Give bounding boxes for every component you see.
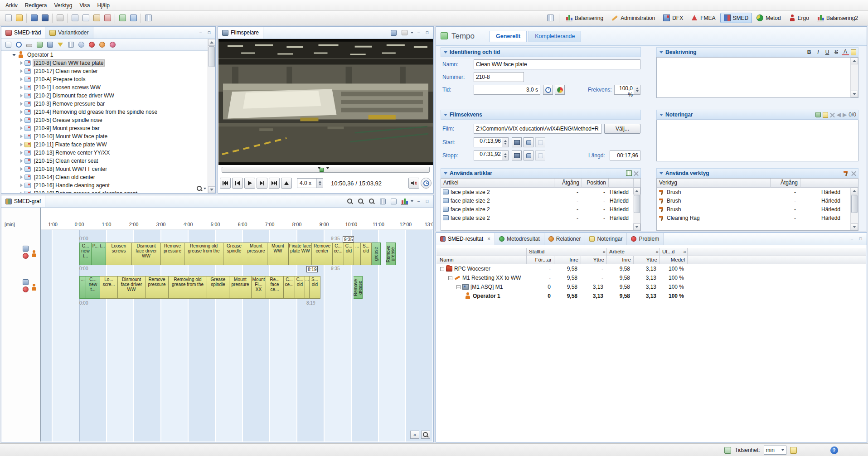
time-distribution-button[interactable]	[555, 85, 565, 95]
tree-item[interactable]: [210-A] Prepare tools	[1, 75, 208, 83]
open-icon[interactable]	[14, 13, 24, 24]
gantt-task-segment[interactable]: Remove pressure	[161, 243, 184, 265]
gantt-task-segment[interactable]: Fixate face plate WW	[289, 243, 312, 265]
artikel-row[interactable]: face plate size 2--Härledd	[441, 205, 640, 213]
save-icon[interactable]	[29, 13, 39, 24]
clock-button[interactable]	[543, 85, 553, 95]
gantt-task-segment[interactable]: S... old	[361, 243, 372, 265]
notes-icon[interactable]	[790, 447, 797, 454]
scroll-thumb[interactable]	[209, 46, 215, 67]
close-tab-icon[interactable]: ×	[487, 237, 490, 241]
chevron-right-icon[interactable]	[20, 159, 23, 163]
col-yttre-2[interactable]: Yttre	[581, 256, 607, 264]
tree-item[interactable]: [210-13] Remove center YY/XX	[1, 149, 208, 157]
verktyg-row[interactable]: Brush-Härledd	[657, 188, 858, 196]
scroll-thumb[interactable]	[634, 195, 640, 213]
marker-red-icon[interactable]	[108, 40, 117, 49]
beskrivning-textarea[interactable]	[656, 57, 858, 98]
maximize-button[interactable]: □	[424, 199, 431, 204]
perspective-ergo[interactable]: Ergo	[786, 13, 813, 24]
gantt-task-segment[interactable]: Removing old grease from the	[169, 276, 207, 299]
prev-note-icon[interactable]: ◀	[837, 112, 841, 118]
frekvens-spinner[interactable]: 100,0 %	[614, 85, 640, 95]
tree-item[interactable]: [210-2] Dismount face driver WW	[1, 92, 208, 100]
copy-icon[interactable]	[80, 13, 91, 24]
gantt-task-segment[interactable]: C... old	[295, 276, 305, 299]
view-menu-icon[interactable]	[411, 200, 413, 202]
gantt-task-segment[interactable]: Dismount face driver WW	[118, 276, 145, 299]
video-frame[interactable]	[218, 39, 433, 165]
zoom-out-icon[interactable]	[345, 197, 354, 206]
gantt-task-segment[interactable]: grease	[372, 243, 381, 265]
gantt-task-segment[interactable]: Grease spindle	[207, 276, 229, 299]
film-icon[interactable]	[45, 40, 54, 49]
tab-problem[interactable]: Problem	[627, 233, 664, 245]
gantt-task-segment[interactable]: ...	[305, 276, 310, 299]
add-verktyg-icon[interactable]	[843, 170, 849, 176]
tree-item[interactable]: [210-5] Grease spindle nose	[1, 116, 208, 124]
perspective-smed[interactable]: SMED	[720, 13, 752, 23]
gantt-task-segment[interactable]: Remove grease	[386, 243, 396, 265]
tree-item[interactable]: [210-19] Return grease and cleaning agen…	[1, 189, 208, 193]
section-noteringar[interactable]: Noteringar ◀ ▶ 0/0	[656, 110, 858, 120]
col-extra[interactable]	[609, 179, 634, 188]
chevron-right-icon[interactable]	[20, 126, 23, 130]
chevron-right-icon[interactable]	[20, 69, 23, 73]
marker-orange-icon[interactable]	[97, 40, 107, 49]
namn-field[interactable]	[474, 59, 640, 69]
tree-item[interactable]: [210-10] Mount WW face plate	[1, 132, 208, 141]
chart-type-icon[interactable]	[400, 197, 409, 206]
tab-relationer[interactable]: Relationer	[544, 233, 586, 245]
new-element-icon[interactable]	[4, 40, 13, 49]
col-inre-1[interactable]: Inre	[554, 256, 581, 264]
play-button[interactable]	[244, 178, 255, 189]
record-icon[interactable]	[23, 253, 29, 259]
gantt-task-segment[interactable]: ...	[354, 243, 361, 265]
help-icon[interactable]: ?	[830, 446, 838, 454]
tree-item[interactable]: [210-17] Clean new center	[1, 67, 208, 75]
menu-hjälp[interactable]: Hjälp	[94, 1, 113, 10]
minimize-button[interactable]: –	[197, 30, 204, 36]
section-anvanda-verktyg[interactable]: Använda verktyg	[656, 168, 858, 178]
chevron-right-icon[interactable]	[20, 61, 23, 65]
sync-icon[interactable]	[724, 447, 731, 454]
record-icon[interactable]	[23, 286, 29, 292]
bold-button[interactable]: B	[805, 49, 813, 55]
section-identifiering[interactable]: Identifiering och tid	[441, 47, 641, 57]
stopp-capture-button[interactable]	[524, 150, 533, 160]
noteringar-area[interactable]	[656, 120, 858, 161]
gantt-task-segment[interactable]: C... old	[344, 243, 354, 265]
tree-item[interactable]: [210-15] Clean center seat	[1, 157, 208, 165]
skip-start-button[interactable]	[220, 178, 231, 189]
start-spinner[interactable]: 07:13,96	[474, 137, 509, 147]
tab-generellt[interactable]: Generellt	[490, 31, 527, 42]
speed-spinner[interactable]	[316, 179, 323, 188]
tree-item[interactable]: [210-9] Mount pressure bar	[1, 124, 208, 132]
cut-icon[interactable]	[69, 13, 80, 24]
chevron-right-icon[interactable]	[20, 167, 23, 171]
pick-artikel-icon[interactable]	[626, 170, 632, 176]
film-path-field[interactable]	[474, 124, 601, 134]
chevron-right-icon[interactable]	[20, 135, 23, 138]
scroll-up-icon[interactable]	[851, 58, 858, 64]
skip-end-button[interactable]	[269, 178, 280, 189]
gantt-task-segment[interactable]: Grease spindle	[223, 243, 245, 265]
gantt-task-segment[interactable]: Dismount face driver WW	[132, 243, 161, 265]
col-inre-3[interactable]: Inre	[607, 256, 634, 264]
ruler-icon[interactable]	[24, 40, 34, 49]
tab-metodresultat[interactable]: Metodresultat	[495, 233, 544, 245]
tree-search-button[interactable]	[196, 185, 206, 192]
result-row[interactable]: M1 Resetting XX to WW-9,58-9,583,13100 %	[436, 273, 866, 282]
gantt-task-segment[interactable]: Lo... scre...	[100, 276, 118, 299]
underline-button[interactable]: U	[824, 49, 831, 55]
menu-visa[interactable]: Visa	[76, 1, 93, 10]
menu-arkiv[interactable]: Arkiv	[2, 1, 21, 10]
gantt-settings-icon[interactable]	[389, 197, 398, 206]
speed-control[interactable]: 4.0 x	[297, 178, 323, 188]
chevron-right-icon[interactable]	[20, 192, 23, 193]
group-stalltid[interactable]: Ställtid»	[527, 248, 607, 256]
beskrivning-scrollbar[interactable]	[850, 58, 858, 97]
pan-back-button[interactable]: «	[410, 431, 419, 439]
valj-button[interactable]: Välj...	[604, 124, 640, 134]
gantt-task-segment[interactable]: S... old	[310, 276, 320, 299]
